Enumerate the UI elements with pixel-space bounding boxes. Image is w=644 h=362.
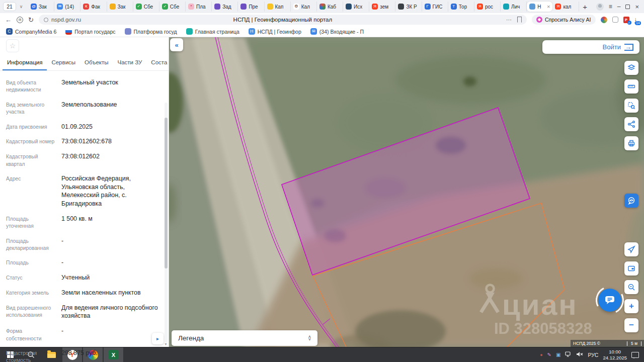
tab-favicon: Г — [425, 4, 431, 10]
browser-tab[interactable]: ✉ (14) — [54, 2, 80, 12]
tab-favicon — [267, 4, 273, 10]
tab-favicon: К — [83, 4, 89, 10]
browser-tab[interactable]: Пре — [238, 2, 264, 12]
pdf-extension-icon[interactable]: P — [623, 17, 629, 23]
panel-scrollbar[interactable]: ▼ — [165, 103, 168, 343]
tab-close-icon[interactable]: × — [547, 4, 550, 10]
notification-center-icon[interactable] — [631, 352, 639, 358]
panel-tab[interactable]: Сервисы — [47, 56, 80, 70]
tab-title: Сбе — [144, 4, 153, 10]
address-bar[interactable]: nspd.gov.ru НСПД | Геоинформационный пор… — [39, 15, 527, 25]
ruler-button[interactable] — [624, 79, 638, 94]
info-field: Адрес Российская Федерация, Ульяновская … — [6, 174, 160, 208]
tray-pen-icon[interactable]: ✎ — [547, 352, 551, 357]
zoom-in-button[interactable]: + — [624, 299, 638, 313]
bookmark-item[interactable]: Платформа госуд — [125, 28, 177, 35]
alice-ai-button[interactable]: Спросить Алису AI — [532, 15, 596, 25]
back-button[interactable]: ← — [5, 16, 12, 24]
network-icon[interactable] — [565, 351, 572, 358]
share-button[interactable] — [624, 117, 638, 131]
field-value: Для ведения личного подсобного хозяйства — [61, 304, 160, 320]
scrollbar-down-icon[interactable]: ▼ — [164, 342, 168, 346]
browser-tab[interactable]: ЗК Р — [395, 2, 422, 12]
overview-map-button[interactable] — [624, 261, 638, 276]
area-search-button[interactable] — [624, 99, 638, 113]
maximize-button[interactable] — [625, 5, 630, 9]
field-label: Адрес — [6, 174, 56, 208]
favorite-star-button[interactable]: ☆ — [6, 39, 19, 52]
tab-title: Зак — [39, 4, 47, 10]
coordinate-search-button[interactable] — [624, 280, 638, 294]
browser-menu-icon[interactable]: ≡ — [609, 3, 612, 10]
new-tab-button[interactable]: + — [579, 3, 591, 11]
browser-tab[interactable]: ⚙ Кал — [291, 2, 317, 12]
chat-button[interactable] — [598, 289, 621, 312]
extension-icon[interactable] — [601, 17, 607, 23]
tray-app-icon[interactable]: ▣ — [556, 352, 560, 357]
tab-title: Пре — [249, 4, 258, 10]
language-indicator[interactable]: РУС — [588, 352, 598, 358]
browser-tab[interactable]: ✓ Сбе — [133, 2, 159, 12]
browser-logo-icon[interactable]: Я — [17, 17, 23, 23]
bookmark-item[interactable]: C CompanyMedia 6 — [6, 28, 56, 35]
tray-app-icon[interactable]: ● — [540, 352, 542, 357]
browser-tab[interactable]: Я рос — [474, 2, 501, 12]
print-button[interactable] — [624, 136, 638, 150]
taskbar-clock[interactable]: 10:0024.12.2025 — [603, 349, 627, 360]
bookmark-icon[interactable] — [517, 17, 522, 23]
tab-counter-caret-icon[interactable]: ∨ — [17, 4, 25, 9]
browser-tab[interactable]: Зак — [107, 2, 133, 12]
zoom-out-button[interactable]: − — [624, 318, 638, 332]
volume-muted-icon[interactable] — [576, 351, 583, 358]
browser-tab[interactable]: Я кал — [552, 2, 579, 12]
refresh-button[interactable]: ↻ — [28, 16, 34, 24]
minimize-button[interactable]: – — [617, 3, 621, 10]
map-canvas[interactable]: циан ID 328058328 « Войти → + − Леге — [169, 37, 644, 347]
panel-tab[interactable]: Части ЗУ — [113, 56, 147, 70]
tab-favicon: ⚙ — [293, 4, 299, 10]
close-button[interactable]: × — [635, 3, 639, 11]
info-field: Вид объекта недвижимости Земельный участ… — [6, 78, 160, 94]
layers-button[interactable] — [624, 61, 638, 75]
bookmark-item[interactable]: Портал государс — [65, 28, 115, 35]
browser-tab[interactable]: Кап — [265, 2, 291, 12]
tab-favicon: ✓ — [136, 4, 142, 10]
browser-tab[interactable]: Исх — [343, 2, 369, 12]
bookmark-item[interactable]: Н НСПД | Геоинфор — [249, 28, 301, 35]
legend-toggle[interactable]: Легенда ˄˅ — [172, 330, 317, 346]
field-label: Категория земель — [6, 289, 56, 297]
browser-tab[interactable]: Зад — [212, 2, 238, 12]
tab-title: (14) — [65, 4, 74, 10]
collapse-panel-button[interactable]: « — [170, 38, 183, 51]
browser-tab[interactable]: Т Тор — [448, 2, 474, 12]
scrollbar-thumb[interactable] — [165, 118, 168, 268]
bookmark-item[interactable]: Главная страница — [186, 28, 239, 35]
more-actions-icon[interactable]: ⋯ — [506, 17, 512, 23]
browser-tab[interactable]: К Фак — [80, 2, 107, 12]
tab-title: кал — [563, 4, 571, 10]
satellite-map[interactable]: циан ID 328058328 — [169, 37, 644, 347]
browser-tab[interactable]: Каб — [317, 2, 343, 12]
bookmark-item[interactable]: ✉ (34) Входящие - П — [310, 28, 364, 35]
browser-tab[interactable]: Я зем — [369, 2, 395, 12]
bookmark-favicon — [65, 28, 72, 35]
panel-tab[interactable]: Информация — [3, 56, 47, 70]
extension-icon[interactable] — [612, 17, 618, 23]
browser-tab[interactable]: * Пла — [186, 2, 212, 12]
panel-tab[interactable]: Объекты — [80, 56, 113, 70]
field-label: Кадастровый квартал — [6, 152, 56, 168]
browser-tab[interactable]: Лич — [501, 2, 527, 12]
assistant-button[interactable] — [624, 194, 638, 208]
tab-counter[interactable]: 21 ∨ — [3, 2, 25, 11]
login-button[interactable]: Войти → — [542, 40, 639, 54]
profile-avatar[interactable] — [596, 3, 604, 11]
browser-tab[interactable]: Г ГИС — [422, 2, 448, 12]
downloads-icon[interactable]: ↓14 — [634, 17, 637, 23]
browser-tab[interactable]: @ Зак — [28, 2, 54, 12]
panel-tab[interactable]: Соста — [146, 56, 169, 70]
locate-button[interactable] — [624, 242, 638, 256]
site-info-icon[interactable] — [44, 18, 48, 22]
browser-tab[interactable]: ✓ Сбе — [159, 2, 186, 12]
tabs-scroll-next-button[interactable]: ▸ — [152, 333, 164, 344]
browser-tab[interactable]: Н × — [527, 2, 552, 12]
